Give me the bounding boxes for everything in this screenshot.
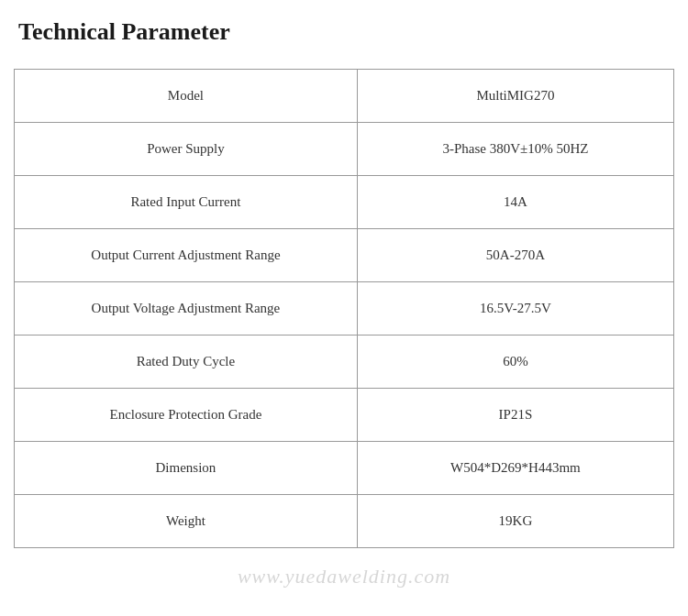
table-row: DimensionW504*D269*H443mm (15, 442, 674, 495)
table-row: Rated Duty Cycle60% (15, 336, 674, 389)
table-row: Enclosure Protection GradeIP21S (15, 389, 674, 442)
param-label: Dimension (15, 442, 358, 495)
param-label: Enclosure Protection Grade (15, 389, 358, 442)
param-label: Output Current Adjustment Range (15, 229, 358, 282)
param-value: 60% (357, 336, 673, 389)
watermark: www.yuedawelding.com (238, 565, 450, 588)
param-label: Power Supply (15, 123, 358, 176)
table-row: Output Current Adjustment Range50A-270A (15, 229, 674, 282)
param-value: MultiMIG270 (357, 70, 673, 123)
table-row: Weight19KG (15, 495, 674, 548)
table-row: Power Supply3-Phase 380V±10% 50HZ (15, 123, 674, 176)
param-label: Weight (15, 495, 358, 548)
table-row: Output Voltage Adjustment Range16.5V-27.… (15, 282, 674, 336)
param-value: 16.5V-27.5V (357, 282, 673, 336)
param-value: 14A (357, 176, 673, 229)
param-value: 3-Phase 380V±10% 50HZ (357, 123, 673, 176)
param-label: Rated Duty Cycle (15, 336, 358, 389)
table-row: Rated Input Current14A (15, 176, 674, 229)
param-label: Output Voltage Adjustment Range (15, 282, 358, 336)
param-value: 19KG (357, 495, 673, 548)
technical-parameters-table: ModelMultiMIG270Power Supply3-Phase 380V… (14, 69, 674, 548)
page-title: Technical Parameter (18, 18, 674, 46)
param-value: 50A-270A (357, 229, 673, 282)
table-row: ModelMultiMIG270 (15, 70, 674, 123)
param-label: Model (15, 70, 358, 123)
param-value: W504*D269*H443mm (357, 442, 673, 495)
param-value: IP21S (357, 389, 673, 442)
param-label: Rated Input Current (15, 176, 358, 229)
